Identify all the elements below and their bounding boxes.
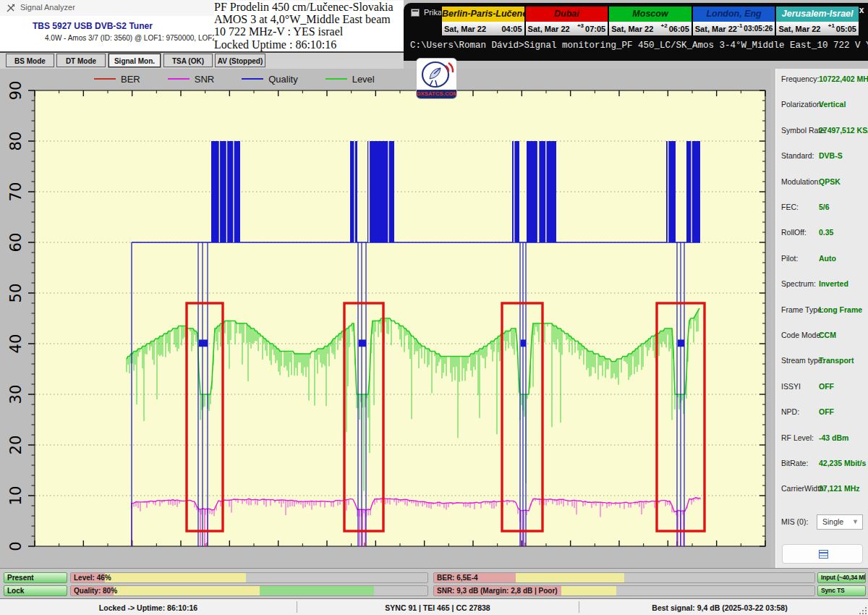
param-value: OFF bbox=[819, 382, 834, 391]
param-value: 27497,512 KS/s bbox=[819, 126, 868, 135]
status-bars-strip: PresentLockLevel: 46%Quality: 80%BER: 6,… bbox=[0, 568, 868, 599]
save-icon bbox=[819, 550, 828, 559]
caption-line: AMOS 3 at 4,0°W_Middle East beam bbox=[214, 13, 404, 25]
tuner-title: TBS 5927 USB DVB-S2 Tuner bbox=[33, 21, 153, 31]
clock-city: London, Eng bbox=[693, 7, 775, 22]
clock-city: Jerusalem-Israel bbox=[776, 7, 859, 22]
terminal-icon bbox=[411, 9, 420, 17]
param-value: DVB-S bbox=[819, 151, 843, 160]
bar-ber: BER: 6,5E-4 bbox=[433, 572, 815, 583]
clock-date: Sat, Mar 22 bbox=[695, 25, 737, 33]
param-row: RollOff:0.35 bbox=[776, 228, 868, 238]
svg-text:30: 30 bbox=[7, 385, 25, 404]
caption-overlay: PF Prodelin 450 cm/Lučenec-SlovakiaAMOS … bbox=[214, 1, 404, 51]
tab-dt-mode[interactable]: DT Mode bbox=[56, 54, 106, 67]
mis-selected-value: Single bbox=[822, 517, 843, 526]
clock-utc-offset: -1 bbox=[737, 22, 742, 29]
param-value: -43 dBm bbox=[819, 433, 848, 442]
signal-chart-panel: BERSNRQualityLevel 0102030405060708090 bbox=[0, 69, 770, 568]
svg-text:0: 0 bbox=[7, 541, 25, 551]
clock-time: 03:05:26 bbox=[744, 25, 773, 33]
mis-dropdown[interactable]: Single ▼ bbox=[817, 514, 863, 530]
param-label: Pilot: bbox=[781, 254, 798, 263]
svg-text:70: 70 bbox=[7, 182, 25, 202]
clock-utc-offset: +3 bbox=[577, 22, 584, 29]
clock-time: 07:05 bbox=[585, 25, 605, 33]
clock-date: Sat, Mar 22 bbox=[528, 25, 577, 33]
clock-city: Dubai bbox=[526, 7, 608, 22]
clock-time: 06:05 bbox=[669, 25, 689, 33]
caption-line: PF Prodelin 450 cm/Lučenec-Slovakia bbox=[214, 1, 404, 13]
param-row: NPD:OFF bbox=[776, 407, 868, 417]
clock-datetime: Sat, Mar 22+307:05 bbox=[526, 22, 608, 35]
param-value: 5/6 bbox=[819, 203, 830, 211]
bar-segment bbox=[561, 586, 616, 595]
terminal-title: Prikazov bbox=[424, 8, 441, 17]
svg-text:60: 60 bbox=[7, 233, 25, 253]
bar-label: Level: 46% bbox=[74, 573, 111, 582]
bar-segment bbox=[624, 573, 814, 582]
param-label: Frequency: bbox=[781, 75, 820, 83]
param-label: NPD: bbox=[781, 407, 799, 416]
bar-level: Level: 46% bbox=[70, 572, 428, 583]
status-bar: Locked -> Uptime: 86:10:16SYNC 91 | TEI … bbox=[0, 598, 868, 615]
param-row: Symbol Rate:27497,512 KS/s bbox=[776, 126, 868, 136]
tab-av-stopped-[interactable]: AV (Stopped) bbox=[215, 54, 265, 67]
bar-segment bbox=[616, 586, 814, 595]
param-value: 37,121 MHz bbox=[819, 484, 860, 493]
bar-label: SNR: 9,3 dB (Margin: 2,8 dB | Poor) bbox=[437, 586, 558, 595]
clock-datetime: Sat, Mar 22-103:05:26 bbox=[693, 22, 775, 35]
param-label: Modulation: bbox=[781, 177, 820, 186]
tab-tsa-ok-[interactable]: TSA (OK) bbox=[163, 54, 213, 67]
param-label: Spectrum: bbox=[781, 279, 816, 288]
param-label: Stream type: bbox=[781, 356, 825, 365]
bar-label: BER: 6,5E-4 bbox=[437, 573, 478, 582]
bar-quality: Quality: 80% bbox=[70, 585, 428, 596]
bar-segment bbox=[246, 573, 427, 582]
clock-panel: MoscowSat, Mar 22+206:05 bbox=[609, 7, 692, 35]
bar-segment bbox=[105, 573, 246, 582]
param-label: BitRate: bbox=[781, 459, 808, 467]
chevron-down-icon: ▼ bbox=[852, 515, 859, 529]
save-button[interactable] bbox=[782, 544, 863, 564]
terminal-prompt-line: C:\Users\Roman Dávid>Signal monitoring_P… bbox=[410, 41, 868, 51]
clock-utc-offset: +1 bbox=[828, 22, 835, 29]
param-row: Pilot:Auto bbox=[776, 254, 868, 264]
close-icon[interactable]: x bbox=[856, 4, 867, 16]
tab-signal-mon-[interactable]: Signal Mon. bbox=[109, 54, 161, 67]
param-value: QPSK bbox=[819, 177, 841, 186]
svg-text:90: 90 bbox=[7, 81, 25, 101]
param-label: FEC: bbox=[781, 203, 799, 211]
param-row: BitRate:42,235 Mbit/s bbox=[776, 459, 868, 469]
clock-datetime: Sat, Mar 22+105:05 bbox=[776, 22, 859, 35]
svg-text:40: 40 bbox=[7, 334, 25, 354]
bar-segment bbox=[260, 586, 374, 595]
clock-city: Moscow bbox=[609, 7, 692, 22]
satellite-dish-illustration bbox=[417, 59, 456, 90]
bar-label: Quality: 80% bbox=[74, 586, 117, 595]
param-row: Standard:DVB-S bbox=[776, 151, 868, 161]
param-label: RollOff: bbox=[781, 228, 807, 237]
world-clock: Berlin-Paris-LučenecSat, Mar 2204:05Duba… bbox=[441, 6, 859, 36]
mis-row: MIS (0): Single ▼ bbox=[776, 517, 868, 527]
param-row: CarrierWidth:37,121 MHz bbox=[776, 484, 868, 494]
param-value: OFF bbox=[819, 407, 834, 416]
svg-text:20: 20 bbox=[7, 436, 25, 455]
param-label: RF Level: bbox=[781, 433, 814, 442]
param-row: FEC:5/6 bbox=[776, 203, 868, 213]
clock-date: Sat, Mar 22 bbox=[778, 25, 827, 33]
status-segment: SYNC 91 | TEI 465 | CC 27838 bbox=[297, 599, 579, 615]
signal-history-chart: 0102030405060708090 bbox=[0, 69, 770, 568]
clock-panel: DubaiSat, Mar 22+307:05 bbox=[526, 7, 608, 35]
param-value: Vertical bbox=[819, 100, 846, 109]
bar-snr: SNR: 9,3 dB (Margin: 2,8 dB | Poor) bbox=[433, 585, 815, 596]
param-value: Long Frame bbox=[819, 305, 862, 314]
param-label: Frame Type: bbox=[781, 305, 824, 314]
param-value: Auto bbox=[819, 254, 836, 263]
param-row: ISSYIOFF bbox=[776, 382, 868, 392]
parameters-sidebar: MIS (0): Single ▼ Frequency:10722,402 MH… bbox=[775, 69, 868, 568]
tab-bs-mode[interactable]: BS Mode bbox=[6, 54, 54, 67]
param-value: 42,235 Mbit/s bbox=[819, 459, 866, 467]
param-row: Modulation:QPSK bbox=[776, 177, 868, 187]
param-row: Frequency:10722,402 MHz bbox=[776, 75, 868, 85]
